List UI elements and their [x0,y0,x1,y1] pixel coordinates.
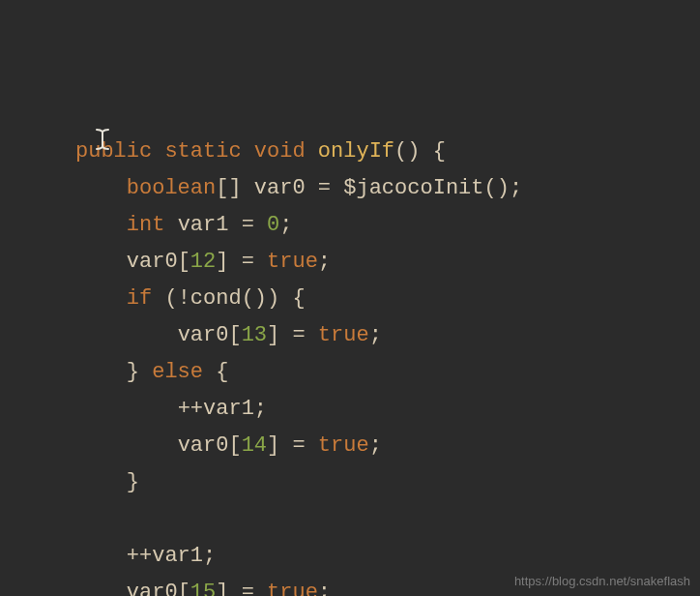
code-line: ++var1; [75,391,700,428]
code-line: ++var1; [75,538,700,575]
code-line: if (!cond()) { [75,281,700,317]
token-fn: onlyIf [318,139,394,164]
token-id: var0 [178,323,229,347]
token-bool: true [318,323,369,347]
token-id: var1 [178,213,229,237]
token-punct: } [127,360,139,384]
token-punct: ! [178,286,190,311]
token-punct: ; [369,323,382,347]
token-punct: ; [318,581,331,596]
token-punct: ++ [178,397,203,421]
token-id: $jacocoInit [343,176,483,200]
token-paren: ( [242,286,254,311]
token-punct: } [127,470,139,494]
text-cursor-icon [95,54,110,77]
token-punct: = [242,581,254,596]
token-kw: else [152,360,203,384]
token-punct: ; [203,544,216,568]
token-punct: ++ [127,544,152,568]
code-line [75,501,700,538]
token-paren: ) [497,176,510,200]
code-line: } [75,464,700,501]
code-line: } else { [75,354,700,391]
token-punct: = [242,250,254,274]
token-bool: true [318,433,369,458]
token-punct: { [292,286,305,311]
token-num: 12 [190,250,216,274]
token-punct: = [292,323,305,347]
token-punct: ; [254,397,267,421]
token-punct: ; [318,250,331,274]
token-type: boolean [127,176,216,200]
token-punct: = [242,213,254,237]
token-kw: static [164,139,241,164]
token-id: cond [190,286,242,311]
token-paren: ) [267,286,279,311]
watermark: https://blog.csdn.net/snakeflash [514,574,690,588]
token-id: var0 [127,581,178,596]
token-kw: void [254,139,306,164]
token-brack: [ [216,176,228,200]
token-paren: ( [164,286,177,311]
token-brack: ] [216,250,228,274]
token-brack: [ [178,250,190,274]
token-num: 14 [242,433,267,458]
token-punct: = [292,433,305,458]
token-num: 13 [242,323,267,347]
token-id: var1 [203,397,254,421]
code-line: var0[12] = true; [75,244,700,281]
token-id: var0 [254,176,306,200]
token-num: 15 [190,581,216,596]
token-brack: [ [228,433,241,458]
token-id: var0 [178,433,229,458]
token-paren: ) [254,286,267,311]
token-bool: true [267,250,318,274]
token-brack: ] [216,581,228,596]
token-brack: [ [178,581,190,596]
code-line: int var1 = 0; [75,207,700,244]
token-num: 0 [267,213,279,237]
code-line: var0[14] = true; [75,428,700,464]
token-paren: ( [394,139,407,164]
code-block: public static void onlyIf() { boolean[] … [75,134,700,596]
token-id: var0 [127,250,178,274]
token-brack: ] [267,323,279,347]
token-kw: if [127,286,152,311]
token-paren: ) [407,139,420,164]
token-punct: { [216,360,228,384]
token-punct: = [318,176,331,200]
token-punct: { [433,139,446,164]
token-punct: ; [510,176,522,200]
token-punct: ; [279,213,292,237]
token-brack: ] [267,433,279,458]
code-line: var0[13] = true; [75,317,700,354]
token-paren: ( [484,176,497,200]
code-line: boolean[] var0 = $jacocoInit(); [75,170,700,207]
token-kw: public [75,139,152,164]
token-type: int [127,213,165,237]
code-line: public static void onlyIf() { [75,134,700,170]
token-id: var1 [152,544,203,568]
token-brack: [ [228,323,241,347]
token-brack: ] [228,176,241,200]
token-bool: true [267,581,318,596]
token-punct: ; [369,433,382,458]
code-editor[interactable]: public static void onlyIf() { boolean[] … [0,0,700,596]
